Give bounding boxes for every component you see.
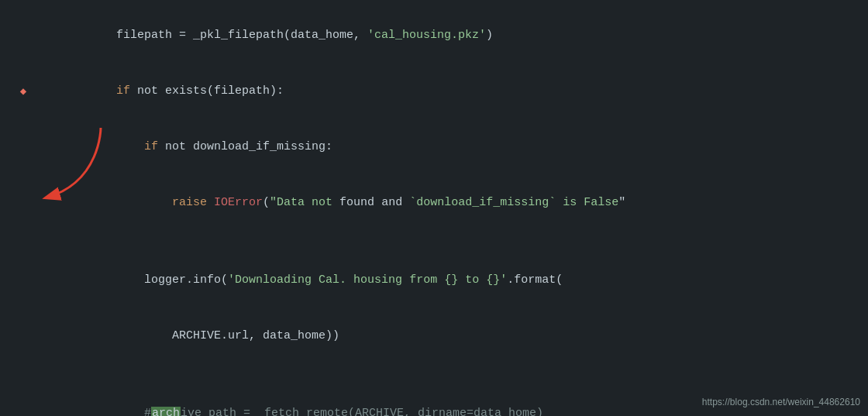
- line-content-8: [39, 366, 868, 384]
- code-line-6: logger.info('Downloading Cal. housing fr…: [0, 253, 868, 308]
- code-line-5: [0, 231, 868, 253]
- gutter-arrow-1: ◆: [8, 83, 39, 100]
- code-line-8: [0, 364, 868, 386]
- line-content-6: logger.info('Downloading Cal. housing fr…: [39, 253, 868, 308]
- line-content-5: [39, 232, 868, 251]
- line-content-4: raise IOError("Data not found and `downl…: [39, 175, 868, 231]
- code-editor: filepath = _pkl_filepath(data_home, 'cal…: [0, 0, 868, 416]
- line-content-3: if not download_if_missing:: [39, 119, 868, 175]
- highlight-arch-1: arch: [151, 407, 181, 416]
- code-line-3: if not download_if_missing:: [0, 119, 868, 175]
- code-line-1: filepath = _pkl_filepath(data_home, 'cal…: [0, 8, 868, 64]
- code-line-2: ◆ if not exists(filepath):: [0, 64, 868, 119]
- line-content-1: filepath = _pkl_filepath(data_home, 'cal…: [39, 8, 868, 64]
- code-line-4: raise IOError("Data not found and `downl…: [0, 175, 868, 231]
- watermark: https://blog.csdn.net/weixin_44862610: [702, 395, 860, 410]
- code-line-7: ARCHIVE.url, data_home)): [0, 308, 868, 364]
- line-content-7: ARCHIVE.url, data_home)): [39, 308, 868, 364]
- line-content-2: if not exists(filepath):: [39, 64, 868, 119]
